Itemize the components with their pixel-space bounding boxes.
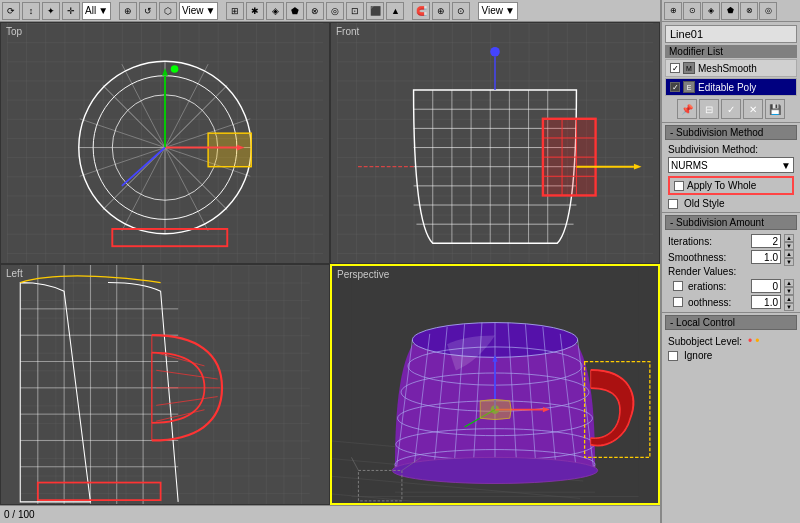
modifier-item-meshsmooth[interactable]: ✓ M MeshSmooth — [665, 59, 797, 77]
right-panel-content: Line01 Modifier List ✓ M MeshSmooth ✓ E … — [662, 22, 800, 523]
rt-btn-2[interactable]: ⊙ — [683, 2, 701, 20]
panel-icon-check[interactable]: ✓ — [721, 99, 741, 119]
viewport-left[interactable]: Left — [0, 264, 330, 506]
subdivision-method-title: - Subdivision Method — [665, 125, 797, 140]
tb-btn-7[interactable]: ✱ — [246, 2, 264, 20]
modifier-item-editable-poly[interactable]: ✓ E Editable Poly — [665, 78, 797, 96]
smoothness-field[interactable] — [751, 250, 781, 264]
rt-btn-1[interactable]: ⊕ — [664, 2, 682, 20]
rt-btn-5[interactable]: ⊗ — [740, 2, 758, 20]
apply-to-whole-label: Apply To Whole — [687, 180, 756, 191]
render-iter-up[interactable]: ▲ — [784, 279, 794, 287]
render-iter-down[interactable]: ▼ — [784, 287, 794, 295]
tb-btn-13[interactable]: ⬛ — [366, 2, 384, 20]
iterations-spinner[interactable]: ▲ ▼ — [784, 234, 794, 248]
tb-btn-5[interactable]: ⬡ — [159, 2, 177, 20]
method-dropdown[interactable]: NURMS ▼ — [668, 157, 794, 173]
old-style-checkbox[interactable] — [668, 199, 678, 209]
tb-btn-8[interactable]: ◈ — [266, 2, 284, 20]
viewport-front-svg — [331, 23, 659, 263]
apply-to-whole-btn[interactable]: Apply To Whole — [668, 176, 794, 195]
render-iter-check[interactable] — [673, 281, 683, 291]
method-label: Subdivision Method: — [668, 144, 758, 155]
viewport-perspective[interactable]: Perspective — [330, 264, 660, 506]
smoothness-row: Smoothness: ▲ ▼ — [665, 249, 797, 265]
frame-counter: 0 / 100 — [4, 509, 35, 520]
modifier-checkbox-2[interactable]: ✓ — [670, 82, 680, 92]
render-iter-spinner[interactable]: ▲ ▼ — [784, 279, 794, 293]
tb-btn-15[interactable]: ⊕ — [432, 2, 450, 20]
smoothness-spinner[interactable]: ▲ ▼ — [784, 250, 794, 264]
viewport-perspective-label: Perspective — [337, 269, 389, 280]
smoothness-label: Smoothness: — [668, 252, 726, 263]
tb-btn-move[interactable]: ✛ — [62, 2, 80, 20]
tb-btn-11[interactable]: ◎ — [326, 2, 344, 20]
viewport-front[interactable]: Front — [330, 22, 660, 264]
tb-btn-2[interactable]: ↕ — [22, 2, 40, 20]
panel-icon-disk[interactable]: 💾 — [765, 99, 785, 119]
top-toolbar: ⟳ ↕ ✦ ✛ All ▼ ⊕ ↺ ⬡ View ▼ ⊞ ✱ ◈ ⬟ ⊗ ◎ ⊡… — [0, 0, 660, 22]
tb-btn-1[interactable]: ⟳ — [2, 2, 20, 20]
old-style-row: Old Style — [665, 197, 797, 210]
rt-btn-3[interactable]: ◈ — [702, 2, 720, 20]
modifier-icon-2: E — [683, 81, 695, 93]
panel-icon-x[interactable]: ✕ — [743, 99, 763, 119]
tb-btn-9[interactable]: ⬟ — [286, 2, 304, 20]
tb-btn-14[interactable]: ▲ — [386, 2, 404, 20]
tb-dropdown-view1[interactable]: View ▼ — [179, 2, 218, 20]
viewport-top-svg — [1, 23, 329, 263]
viewports-grid: Top — [0, 22, 660, 505]
viewport-left-label: Left — [6, 268, 23, 279]
apply-whole-checkbox[interactable] — [674, 181, 684, 191]
render-smooth-down[interactable]: ▼ — [784, 303, 794, 311]
svg-point-41 — [490, 47, 500, 57]
modifier-name-2: Editable Poly — [698, 82, 756, 93]
subobj-dot-2: • — [755, 334, 759, 348]
render-iter-field[interactable] — [751, 279, 781, 293]
ignore-checkbox[interactable] — [668, 351, 678, 361]
tb-btn-3[interactable]: ⊕ — [119, 2, 137, 20]
tb-btn-16[interactable]: ⊙ — [452, 2, 470, 20]
render-iter-label: erations: — [688, 281, 726, 292]
tb-btn-4[interactable]: ↺ — [139, 2, 157, 20]
local-control-section: - Local Control Subobject Level: • • Ign… — [665, 315, 797, 362]
render-smooth-spinner[interactable]: ▲ ▼ — [784, 295, 794, 309]
local-control-title: - Local Control — [665, 315, 797, 330]
viewport-top[interactable]: Top — [0, 22, 330, 264]
tb-btn-12[interactable]: ⊡ — [346, 2, 364, 20]
sep-2 — [662, 312, 800, 313]
svg-rect-46 — [20, 265, 310, 505]
tb-dropdown-all[interactable]: All ▼ — [82, 2, 111, 20]
svg-rect-13 — [208, 133, 251, 167]
render-smooth-field[interactable] — [751, 295, 781, 309]
iterations-down[interactable]: ▼ — [784, 242, 794, 250]
iterations-label: Iterations: — [668, 236, 712, 247]
old-style-label: Old Style — [684, 198, 725, 209]
tb-dropdown-view2[interactable]: View ▼ — [478, 2, 517, 20]
tb-btn-10[interactable]: ⊗ — [306, 2, 324, 20]
iterations-up[interactable]: ▲ — [784, 234, 794, 242]
object-name-field[interactable]: Line01 — [665, 25, 797, 43]
right-toolbar: ⊕ ⊙ ◈ ⬟ ⊗ ◎ — [662, 0, 800, 22]
modifier-checkbox-1[interactable]: ✓ — [670, 63, 680, 73]
tb-btn-6[interactable]: ⊞ — [226, 2, 244, 20]
render-smooth-label: oothness: — [688, 297, 731, 308]
tb-btn-select[interactable]: ✦ — [42, 2, 60, 20]
rt-btn-6[interactable]: ◎ — [759, 2, 777, 20]
sep-1 — [662, 212, 800, 213]
viewports-area: ⟳ ↕ ✦ ✛ All ▼ ⊕ ↺ ⬡ View ▼ ⊞ ✱ ◈ ⬟ ⊗ ◎ ⊡… — [0, 0, 660, 523]
iterations-field[interactable] — [751, 234, 781, 248]
panel-icon-pin[interactable]: 📌 — [677, 99, 697, 119]
svg-point-92 — [392, 457, 597, 483]
modifier-list-header: Modifier List — [665, 45, 797, 58]
subdivision-amount-section: - Subdivision Amount Iterations: ▲ ▼ Smo… — [665, 215, 797, 310]
subobject-row: Subobject Level: • • — [665, 333, 797, 349]
panel-icon-pipes[interactable]: ⊟ — [699, 99, 719, 119]
smoothness-up[interactable]: ▲ — [784, 250, 794, 258]
render-smooth-check[interactable] — [673, 297, 683, 307]
rt-btn-4[interactable]: ⬟ — [721, 2, 739, 20]
tb-btn-magnet[interactable]: 🧲 — [412, 2, 430, 20]
smoothness-down[interactable]: ▼ — [784, 258, 794, 266]
app-container: ⟳ ↕ ✦ ✛ All ▼ ⊕ ↺ ⬡ View ▼ ⊞ ✱ ◈ ⬟ ⊗ ◎ ⊡… — [0, 0, 800, 523]
render-smooth-up[interactable]: ▲ — [784, 295, 794, 303]
